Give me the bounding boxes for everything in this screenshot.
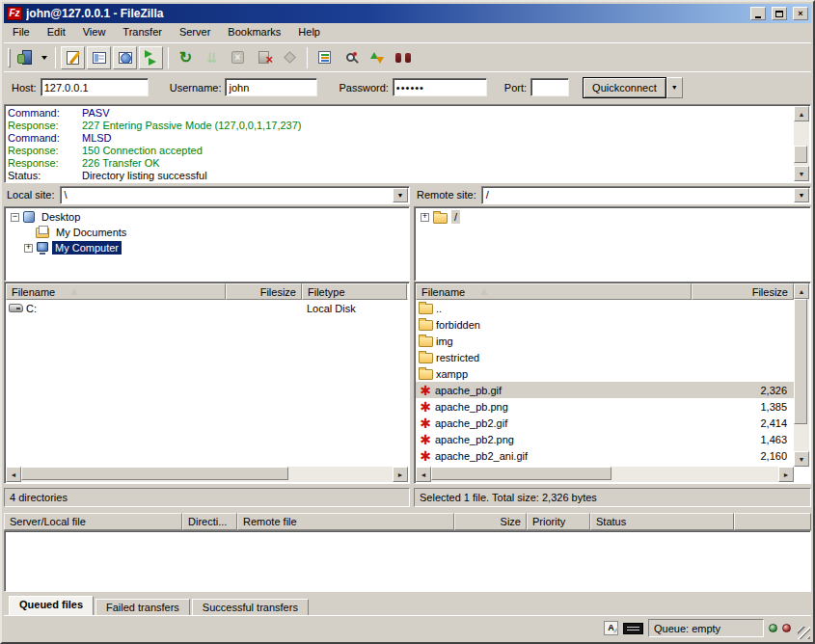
- collapse-icon[interactable]: −: [11, 213, 19, 222]
- menu-help[interactable]: Help: [289, 23, 329, 42]
- password-input[interactable]: [393, 78, 487, 96]
- column-header-direction[interactable]: Directi...: [182, 513, 237, 530]
- column-header-status[interactable]: Status: [590, 513, 734, 530]
- scroll-up-icon[interactable]: ▲: [794, 283, 809, 299]
- cancel-icon: ×: [231, 51, 244, 64]
- image-file-icon: ✱: [419, 417, 432, 429]
- expand-icon[interactable]: +: [24, 244, 33, 253]
- scroll-right-icon[interactable]: ►: [393, 467, 408, 482]
- scroll-right-icon[interactable]: ►: [778, 467, 794, 482]
- tab-failed-transfers[interactable]: Failed transfers: [95, 599, 190, 616]
- menu-edit[interactable]: Edit: [39, 23, 74, 42]
- toggle-remote-tree-button[interactable]: [113, 46, 137, 69]
- column-header-remote-file[interactable]: Remote file: [237, 513, 454, 530]
- toolbar-grip[interactable]: [8, 48, 11, 67]
- remote-file-list: Filename Filesize .. forbidden img restr…: [414, 282, 811, 484]
- host-input[interactable]: [41, 78, 149, 96]
- scroll-down-icon[interactable]: ▼: [794, 451, 809, 467]
- file-row[interactable]: ✱apache_pb2.png1,463: [416, 431, 794, 447]
- column-header-priority[interactable]: Priority: [527, 513, 590, 530]
- minimize-icon: [755, 16, 761, 18]
- refresh-button[interactable]: ↻: [174, 46, 198, 69]
- file-row[interactable]: ✱apache_pb2_ani.gif2,160: [416, 447, 794, 464]
- port-input[interactable]: [530, 78, 569, 96]
- column-header-filesize[interactable]: Filesize: [692, 283, 794, 300]
- file-row[interactable]: xampp: [416, 365, 794, 382]
- cancel-button[interactable]: ×: [226, 46, 250, 69]
- file-row-selected[interactable]: ✱apache_pb.gif2,326: [416, 382, 794, 398]
- window-title: john@127.0.0.1 - FileZilla: [26, 7, 745, 20]
- local-site-dropdown-button[interactable]: ▼: [393, 188, 408, 202]
- log-line: Response:226 Transfer OK: [8, 157, 791, 170]
- resize-grip-icon[interactable]: [798, 627, 810, 639]
- scroll-left-icon[interactable]: ◄: [416, 467, 431, 482]
- site-manager-dropdown-arrow-icon[interactable]: [41, 56, 47, 60]
- filter-icon: [284, 51, 296, 64]
- scrollbar-thumb[interactable]: [21, 467, 288, 480]
- file-row[interactable]: restricted: [416, 349, 794, 365]
- file-row[interactable]: ..: [416, 300, 794, 316]
- menu-transfer[interactable]: Transfer: [114, 23, 171, 42]
- tree-item-my-computer[interactable]: + My Computer: [7, 240, 407, 255]
- disconnect-button[interactable]: [252, 46, 276, 69]
- local-site-combo[interactable]: \ ▼: [60, 186, 410, 204]
- close-button[interactable]: ×: [793, 7, 808, 20]
- folder-icon: [419, 369, 433, 380]
- toggle-local-tree-button[interactable]: [87, 46, 111, 69]
- quickconnect-dropdown-button[interactable]: ▼: [666, 77, 683, 98]
- menu-server[interactable]: Server: [171, 23, 219, 42]
- log-scrollbar[interactable]: ▲ ▼: [794, 106, 809, 181]
- directory-comparison-button[interactable]: [312, 46, 337, 69]
- find-files-button[interactable]: [391, 46, 415, 69]
- maximize-button[interactable]: [772, 7, 787, 20]
- tab-successful-transfers[interactable]: Successful transfers: [192, 599, 309, 616]
- minimize-button[interactable]: [750, 7, 766, 20]
- column-header-filename[interactable]: Filename: [6, 283, 226, 300]
- local-horizontal-scrollbar[interactable]: ◄ ►: [6, 467, 408, 482]
- process-queue-button[interactable]: ⇊: [200, 46, 224, 69]
- column-header-size[interactable]: Size: [454, 513, 527, 530]
- tree-item-my-documents[interactable]: My Documents: [7, 225, 407, 240]
- directory-comparison-icon: [318, 51, 331, 64]
- username-input[interactable]: [225, 78, 317, 96]
- file-row[interactable]: ✱apache_pb2.gif2,414: [416, 415, 794, 431]
- scrollbar-thumb[interactable]: [794, 299, 807, 424]
- column-header-last-modified[interactable]: L: [407, 283, 408, 300]
- remote-vertical-scrollbar[interactable]: ▲ ▼: [794, 283, 809, 467]
- column-header-filetype[interactable]: Filetype: [302, 283, 407, 300]
- expand-icon[interactable]: +: [421, 213, 429, 222]
- desktop-icon: [23, 211, 35, 223]
- file-row[interactable]: ✱apache_pb.png1,385: [416, 398, 794, 415]
- file-row[interactable]: forbidden: [416, 316, 794, 333]
- column-header-filesize[interactable]: Filesize: [226, 283, 302, 300]
- tree-item-desktop[interactable]: − Desktop: [7, 209, 407, 225]
- scroll-down-icon[interactable]: ▼: [794, 166, 809, 181]
- site-manager-button[interactable]: [14, 46, 39, 69]
- scrollbar-thumb[interactable]: [431, 467, 611, 480]
- toggle-message-log-button[interactable]: [61, 46, 85, 69]
- remote-horizontal-scrollbar[interactable]: ◄ ►: [416, 467, 794, 482]
- scroll-left-icon[interactable]: ◄: [6, 467, 21, 482]
- menu-view[interactable]: View: [74, 23, 115, 42]
- file-row[interactable]: img: [416, 333, 794, 349]
- column-header-filename[interactable]: Filename: [416, 283, 692, 300]
- ascii-mode-icon[interactable]: A: [604, 621, 618, 635]
- tree-item-root[interactable]: + /: [417, 209, 808, 225]
- menu-file[interactable]: File: [4, 23, 39, 42]
- scrollbar-thumb[interactable]: [794, 146, 807, 163]
- find-files-icon: [395, 53, 411, 63]
- toggle-transfer-queue-button[interactable]: [139, 46, 163, 69]
- tab-queued-files[interactable]: Queued files: [9, 596, 94, 616]
- synchronized-browsing-button[interactable]: [365, 46, 389, 69]
- menu-bookmarks[interactable]: Bookmarks: [219, 23, 289, 42]
- filter-button[interactable]: [278, 46, 302, 69]
- close-icon: ×: [798, 10, 802, 18]
- column-header-server-local-file[interactable]: Server/Local file: [4, 513, 182, 530]
- scroll-up-icon[interactable]: ▲: [794, 106, 809, 121]
- file-row-c-drive[interactable]: C: Local Disk: [6, 300, 408, 316]
- remote-site-dropdown-button[interactable]: ▼: [794, 188, 809, 202]
- search-button[interactable]: [339, 46, 363, 69]
- indicator-badge-icon[interactable]: [623, 623, 643, 634]
- quickconnect-button[interactable]: Quickconnect: [583, 77, 666, 98]
- remote-site-combo[interactable]: / ▼: [481, 186, 811, 204]
